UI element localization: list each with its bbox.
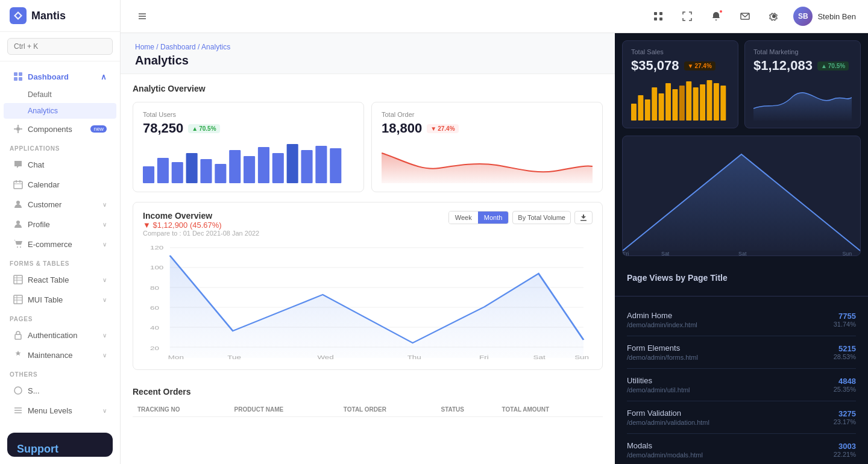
section-label-others: Others bbox=[0, 365, 120, 380]
sidebar-item-dashboard-label: Dashboard bbox=[28, 72, 69, 81]
stat-cards-grid: Total Users 78,250 ▲ 70.5% bbox=[133, 102, 603, 192]
page-view-count-2: 5215 bbox=[834, 344, 856, 353]
page-header: Home / Dashboard / Analytics Analytics bbox=[121, 33, 615, 74]
income-header: Income Overview ▼ $1,12,900 (45.67%) Com… bbox=[143, 211, 593, 237]
fullscreen-icon-button[interactable] bbox=[678, 7, 697, 26]
sidebar-item-dashboard[interactable]: Dashboard ∧ bbox=[4, 67, 116, 86]
page-view-pct-3: 25.35% bbox=[834, 386, 856, 393]
sidebar-item-react-table[interactable]: React Table ∨ bbox=[4, 270, 116, 289]
month-button[interactable]: Month bbox=[478, 212, 509, 224]
mui-table-chevron-icon: ∨ bbox=[102, 296, 107, 303]
svg-rect-40 bbox=[143, 166, 154, 183]
svg-rect-49 bbox=[272, 153, 284, 183]
sidebar-item-ecommerce[interactable]: E-commerce ∨ bbox=[4, 234, 116, 254]
search-area[interactable] bbox=[0, 32, 120, 61]
breadcrumb-home[interactable]: Home bbox=[135, 43, 154, 51]
sidebar-item-maintenance-label: Maintenance bbox=[28, 351, 72, 360]
svg-point-16 bbox=[16, 221, 20, 224]
page-view-count-5: 3003 bbox=[834, 442, 856, 451]
page-view-url-3: /demo/admin/util.html bbox=[627, 386, 690, 393]
svg-rect-35 bbox=[654, 12, 657, 15]
section-label-pages: Pages bbox=[0, 310, 120, 325]
income-card: Income Overview ▼ $1,12,900 (45.67%) Com… bbox=[133, 202, 603, 370]
mail-icon-button[interactable] bbox=[735, 7, 755, 26]
support-banner[interactable]: Support React 18 bbox=[7, 433, 113, 457]
svg-rect-85 bbox=[707, 80, 712, 121]
svg-rect-77 bbox=[652, 87, 657, 121]
page-view-name-3: Utilities bbox=[627, 376, 690, 385]
stat-label-marketing: Total Marketing bbox=[753, 48, 852, 55]
svg-rect-46 bbox=[229, 150, 241, 183]
page-view-info-4: Form Validation /demo/admin/validation.h… bbox=[627, 409, 709, 426]
svg-text:Fri: Fri bbox=[623, 251, 629, 256]
col-product: Product Name bbox=[230, 403, 339, 417]
page-view-url-1: /demo/admin/index.html bbox=[627, 321, 697, 328]
dashboard-chevron-icon: ∧ bbox=[101, 72, 107, 81]
page-view-item-3: Utilities /demo/admin/util.html 4848 25.… bbox=[627, 369, 856, 401]
svg-rect-9 bbox=[17, 125, 19, 127]
sidebar-logo[interactable]: Mantis bbox=[0, 0, 120, 32]
svg-rect-54 bbox=[580, 220, 587, 221]
apps-icon-button[interactable] bbox=[649, 7, 668, 26]
menu-levels-chevron-icon: ∨ bbox=[102, 407, 107, 414]
sidebar-item-components[interactable]: Components new bbox=[4, 119, 116, 139]
auth-chevron-icon: ∨ bbox=[102, 332, 107, 339]
svg-text:Sat: Sat bbox=[661, 251, 670, 256]
svg-rect-45 bbox=[215, 164, 226, 183]
income-header-left: Income Overview ▼ $1,12,900 (45.67%) Com… bbox=[143, 211, 259, 237]
time-period-buttons: Week Month bbox=[448, 211, 509, 224]
page-view-info-3: Utilities /demo/admin/util.html bbox=[627, 376, 690, 393]
sidebar-item-maintenance[interactable]: Maintenance ∨ bbox=[4, 345, 116, 365]
page-view-stats-5: 3003 22.21% bbox=[834, 442, 856, 458]
sidebar-item-mui-table[interactable]: MUI Table ∨ bbox=[4, 290, 116, 309]
page-view-name-4: Form Validation bbox=[627, 409, 709, 418]
sidebar-item-analytics[interactable]: Analytics bbox=[4, 103, 116, 119]
sidebar-item-components-label: Components bbox=[28, 125, 72, 134]
sidebar-item-default[interactable]: Default bbox=[4, 87, 116, 102]
sidebar-item-chat[interactable]: Chat bbox=[4, 155, 116, 174]
chart-order bbox=[382, 141, 593, 183]
svg-text:Sat: Sat bbox=[533, 354, 546, 360]
page-view-item-2: Form Elements /demo/admin/forms.html 521… bbox=[627, 336, 856, 369]
sidebar-nav: Dashboard ∧ Default Analytics Components… bbox=[0, 61, 120, 425]
svg-rect-75 bbox=[638, 95, 643, 121]
sidebar-item-profile[interactable]: Profile ∨ bbox=[4, 215, 116, 234]
svg-rect-87 bbox=[720, 86, 726, 121]
stat-card-total-order: Total Order 18,800 ▼ 27.4% bbox=[371, 102, 603, 192]
logo-icon bbox=[10, 7, 27, 24]
breadcrumb: Home / Dashboard / Analytics bbox=[135, 43, 600, 51]
svg-rect-51 bbox=[301, 150, 313, 183]
download-button[interactable] bbox=[574, 211, 593, 224]
customer-chevron-icon: ∨ bbox=[102, 201, 107, 208]
svg-rect-3 bbox=[19, 72, 22, 76]
svg-text:40: 40 bbox=[150, 325, 159, 330]
topbar-left bbox=[133, 7, 152, 26]
sidebar-item-customer[interactable]: Customer ∨ bbox=[4, 195, 116, 214]
recent-orders-section: Recent Orders Tracking No Product Name T… bbox=[121, 380, 615, 427]
settings-icon-button[interactable] bbox=[764, 7, 784, 26]
breadcrumb-dashboard[interactable]: Dashboard bbox=[160, 43, 196, 51]
sidebar-item-sample[interactable]: S... bbox=[4, 381, 116, 400]
svg-point-17 bbox=[17, 246, 18, 248]
svg-rect-11 bbox=[14, 181, 22, 189]
svg-rect-43 bbox=[186, 153, 198, 183]
week-button[interactable]: Week bbox=[449, 212, 478, 224]
notification-badge-dot bbox=[719, 9, 723, 14]
page-view-name-2: Form Elements bbox=[627, 343, 698, 353]
chart-marketing bbox=[753, 78, 852, 121]
sidebar-item-menu-levels[interactable]: Menu Levels ∨ bbox=[4, 401, 116, 420]
analytic-overview-title: Analytic Overview bbox=[133, 84, 603, 93]
notification-icon-button[interactable] bbox=[706, 7, 726, 26]
sidebar-item-calendar[interactable]: Calendar bbox=[4, 175, 116, 194]
svg-rect-7 bbox=[14, 128, 16, 130]
sidebar-item-mui-table-label: MUI Table bbox=[28, 295, 63, 304]
breadcrumb-analytics: Analytics bbox=[201, 43, 230, 51]
volume-select[interactable]: By Total Volume bbox=[512, 211, 571, 224]
sidebar-item-authentication[interactable]: Authentication ∨ bbox=[4, 325, 116, 345]
sidebar: Mantis Dashboard ∧ Default Analytics Com… bbox=[0, 0, 121, 464]
user-avatar-button[interactable]: SB Stebin Ben bbox=[793, 7, 856, 26]
hamburger-menu-button[interactable] bbox=[133, 7, 152, 26]
svg-rect-41 bbox=[157, 158, 169, 183]
search-input[interactable] bbox=[7, 38, 113, 55]
income-overview-section: Income Overview ▼ $1,12,900 (45.67%) Com… bbox=[121, 202, 615, 380]
